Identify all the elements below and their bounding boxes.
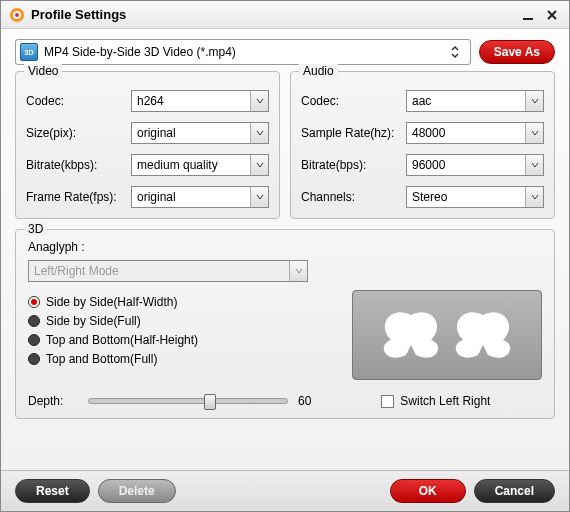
chevron-down-icon: [250, 155, 268, 175]
audio-ch-label: Channels:: [301, 190, 406, 204]
reset-button[interactable]: Reset: [15, 479, 90, 503]
audio-bitrate-select[interactable]: 96000: [406, 154, 544, 176]
butterfly-right-icon: [448, 305, 518, 365]
three-d-preview: [352, 290, 542, 380]
svg-rect-3: [523, 18, 533, 20]
footer: Reset Delete OK Cancel: [1, 470, 569, 511]
three-d-group: 3D Anaglyph : Left/Right Mode Side by Si…: [15, 229, 555, 419]
video-size-label: Size(pix):: [26, 126, 131, 140]
profile-select-value: MP4 Side-by-Side 3D Video (*.mp4): [38, 45, 450, 59]
radio-sbs-half[interactable]: Side by Side(Half-Width): [28, 295, 334, 309]
radio-sbs-full[interactable]: Side by Side(Full): [28, 314, 334, 328]
slider-thumb[interactable]: [204, 394, 216, 410]
video-fps-select[interactable]: original: [131, 186, 269, 208]
app-icon: [9, 7, 25, 23]
profile-row: 3D MP4 Side-by-Side 3D Video (*.mp4) Sav…: [1, 29, 569, 71]
chevron-down-icon: [525, 187, 543, 207]
close-button[interactable]: [543, 6, 561, 24]
window-title: Profile Settings: [31, 7, 513, 22]
video-fps-label: Frame Rate(fps):: [26, 190, 131, 204]
audio-sr-select[interactable]: 48000: [406, 122, 544, 144]
video-group: Video Codec: h264 Size(pix): original Bi…: [15, 71, 280, 219]
depth-slider[interactable]: [88, 398, 288, 404]
profile-select[interactable]: 3D MP4 Side-by-Side 3D Video (*.mp4): [15, 39, 471, 65]
video-bitrate-label: Bitrate(kbps):: [26, 158, 131, 172]
video-group-title: Video: [24, 64, 62, 78]
cancel-button[interactable]: Cancel: [474, 479, 555, 503]
chevron-down-icon: [250, 187, 268, 207]
video-size-select[interactable]: original: [131, 122, 269, 144]
three-d-options: Side by Side(Half-Width) Side by Side(Fu…: [28, 290, 334, 380]
depth-value: 60: [298, 394, 311, 408]
chevron-down-icon: [525, 91, 543, 111]
audio-codec-select[interactable]: aac: [406, 90, 544, 112]
audio-group-title: Audio: [299, 64, 338, 78]
switch-lr-label: Switch Left Right: [400, 394, 490, 408]
three-d-group-title: 3D: [24, 222, 47, 236]
video-codec-label: Codec:: [26, 94, 131, 108]
depth-label: Depth:: [28, 394, 78, 408]
audio-bitrate-label: Bitrate(bps):: [301, 158, 406, 172]
audio-sr-label: Sample Rate(hz):: [301, 126, 406, 140]
video-bitrate-select[interactable]: medium quality: [131, 154, 269, 176]
delete-button[interactable]: Delete: [98, 479, 176, 503]
audio-ch-select[interactable]: Stereo: [406, 186, 544, 208]
chevron-down-icon: [250, 91, 268, 111]
butterfly-left-icon: [376, 305, 446, 365]
video-codec-select[interactable]: h264: [131, 90, 269, 112]
save-as-button[interactable]: Save As: [479, 40, 555, 64]
audio-codec-label: Codec:: [301, 94, 406, 108]
format-3d-icon: 3D: [20, 43, 38, 61]
anaglyph-mode-select: Left/Right Mode: [28, 260, 308, 282]
profile-settings-window: Profile Settings 3D MP4 Side-by-Side 3D …: [0, 0, 570, 512]
anaglyph-label: Anaglyph :: [28, 240, 542, 254]
chevron-down-icon: [525, 123, 543, 143]
minimize-button[interactable]: [519, 6, 537, 24]
chevron-updown-icon: [450, 45, 466, 59]
audio-group: Audio Codec: aac Sample Rate(hz): 48000 …: [290, 71, 555, 219]
switch-lr-checkbox[interactable]: [381, 395, 394, 408]
radio-tb-full[interactable]: Top and Bottom(Full): [28, 352, 334, 366]
chevron-down-icon: [525, 155, 543, 175]
ok-button[interactable]: OK: [390, 479, 466, 503]
svg-point-2: [15, 13, 19, 17]
radio-tb-half[interactable]: Top and Bottom(Half-Height): [28, 333, 334, 347]
chevron-down-icon: [250, 123, 268, 143]
chevron-down-icon: [289, 261, 307, 281]
titlebar: Profile Settings: [1, 1, 569, 29]
